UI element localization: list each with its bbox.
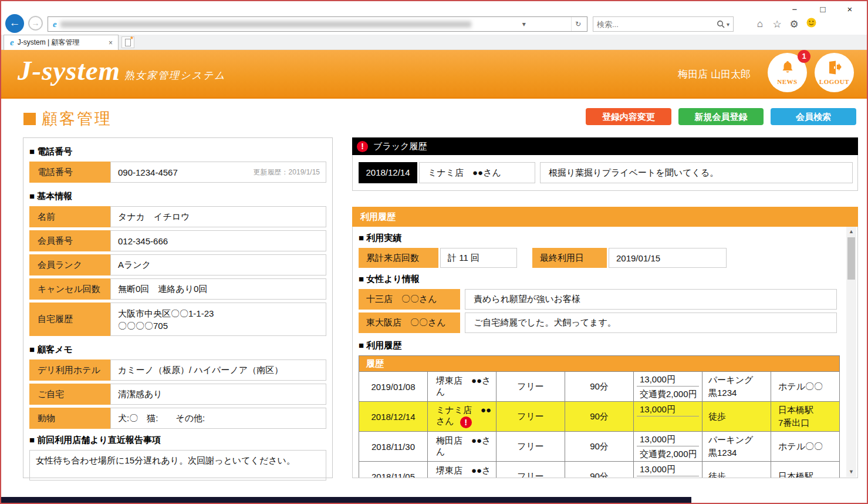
usage-history-title: 利用履歴 xyxy=(352,207,858,227)
customer-info-panel: ■ 電話番号 電話番号 090-1234-4567 更新履歴：2019/1/15… xyxy=(23,137,333,478)
favorites-star-icon[interactable]: ☆ xyxy=(771,18,783,31)
tab-customer-management[interactable]: e J-system | 顧客管理 × xyxy=(4,35,119,50)
last-visit-value: 2019/01/15 xyxy=(609,248,727,268)
logout-label: LOGOUT xyxy=(815,78,854,85)
usage-history-panel: 利用履歴 ■ 利用実績 累計来店回数 計 11 回 最終利用日 2019/01/… xyxy=(352,207,858,478)
black-history-header: ! ブラック履歴 xyxy=(352,137,858,155)
black-history-note: 根掘り葉掘りプライベートを聞いてくる。 xyxy=(540,162,853,183)
black-history-panel: ! ブラック履歴 2018/12/14 ミナミ店 ●●さん 根掘り葉掘りプライベ… xyxy=(352,137,858,191)
new-member-button[interactable]: 新規会員登録 xyxy=(678,108,764,125)
address-url-redacted xyxy=(60,21,471,28)
home-address-line2: 〇〇〇〇705 xyxy=(118,321,168,331)
visits-value: 計 11 回 xyxy=(440,248,517,268)
settings-gear-icon[interactable]: ⚙ xyxy=(788,18,800,31)
address-dropdown-icon[interactable]: ▾ xyxy=(519,17,529,31)
tab-favicon-icon: e xyxy=(10,38,14,48)
feedback-smiley-icon[interactable] xyxy=(805,18,817,31)
phone-row: 電話番号 090-1234-4567 更新履歴：2019/1/15 xyxy=(29,162,326,183)
app-tagline: 熟女家管理システム xyxy=(124,69,226,82)
report-text-box: 女性待ち合わせ場所に15分遅れあり。次回謝っといてください。 xyxy=(29,450,326,481)
history-row: 2018/11/05 堺東店 ●●さん フリー 90分 13,000円 徒歩 日… xyxy=(359,462,840,479)
stats-heading: ■ 利用実績 xyxy=(359,233,840,244)
memo-row: デリ利用ホテル カミーノ（板原）/ ハイパーノア（南区） xyxy=(29,359,326,381)
black-history-store: ミナミ店 ●●さん xyxy=(419,162,535,183)
phone-value-cell: 090-1234-4567 更新履歴：2019/1/15 xyxy=(110,162,326,183)
memo-section-heading: ■ 顧客メモ xyxy=(29,344,326,355)
history-row: 2018/11/30 梅田店 ●●さん フリー 90分 13,000円 交通費2… xyxy=(359,432,840,462)
refresh-icon[interactable]: ↻ xyxy=(571,17,585,31)
tab-bar: e J-system | 顧客管理 × xyxy=(1,35,867,50)
home-history-row: 自宅履歴 大阪市中央区〇〇1-1-23 〇〇〇〇705 xyxy=(29,303,326,336)
black-history-date: 2018/12/14 xyxy=(359,162,417,183)
news-badge: 1 xyxy=(798,50,810,63)
news-label: NEWS xyxy=(768,78,807,85)
page-title: 顧客管理 xyxy=(23,108,112,129)
memo-row: 動物 犬:〇 猫: その他: xyxy=(29,408,326,429)
phone-section-heading: ■ 電話番号 xyxy=(29,146,326,157)
scroll-up-icon[interactable]: ▲ xyxy=(846,227,856,237)
search-icon[interactable] xyxy=(717,20,725,28)
history-table: 履歴 2019/01/08 堺東店 ●●さん フリー 90分 13,000円 交… xyxy=(359,355,840,478)
usage-history-body: ■ 利用実績 累計来店回数 計 11 回 最終利用日 2019/01/15 ■ … xyxy=(352,227,858,478)
maximize-button[interactable]: □ xyxy=(809,2,836,16)
basic-row: 会員番号 012-345-666 xyxy=(29,230,326,251)
forward-button[interactable]: → xyxy=(28,16,43,31)
basic-section-heading: ■ 基本情報 xyxy=(29,191,326,202)
tab-close-icon[interactable]: × xyxy=(107,39,114,47)
right-column: ! ブラック履歴 2018/12/14 ミナミ店 ●●さん 根掘り葉掘りプライベ… xyxy=(352,137,858,478)
staff-info-row: 東大阪店 〇〇さん ご自宅綺麗でした。犬飼ってます。 xyxy=(359,313,840,333)
close-button[interactable]: × xyxy=(836,2,863,16)
new-tab-button[interactable] xyxy=(121,36,134,48)
stats-row: 累計来店回数 計 11 回 最終利用日 2019/01/15 xyxy=(359,248,840,268)
phone-value: 090-1234-4567 xyxy=(118,167,178,177)
basic-row: 会員ランク Aランク xyxy=(29,254,326,275)
alert-icon: ! xyxy=(460,416,472,428)
logged-in-user: 梅田店 山田太郎 xyxy=(678,68,751,81)
scrollbar-thumb[interactable] xyxy=(847,237,855,280)
basic-row: 名前 タナカ イチロウ xyxy=(29,206,326,227)
memo-row: ご自宅 清潔感あり xyxy=(29,384,326,405)
black-history-title: ブラック履歴 xyxy=(373,141,427,152)
staff-info-row: 十三店 〇〇さん 責められ願望が強いお客様 xyxy=(359,289,840,310)
app-header: J-system 熟女家管理システム 梅田店 山田太郎 NEWS 1 LOGOU… xyxy=(1,50,867,99)
logout-button[interactable]: LOGOUT xyxy=(815,53,854,92)
new-tab-icon xyxy=(125,39,131,46)
window-titlebar: − □ × xyxy=(1,1,867,17)
home-icon[interactable]: ⌂ xyxy=(754,18,766,30)
scroll-down-icon[interactable]: ▼ xyxy=(846,467,856,477)
history-row: 2019/01/08 堺東店 ●●さん フリー 90分 13,000円 交通費2… xyxy=(359,372,840,402)
change-registration-button[interactable]: 登録内容変更 xyxy=(586,108,671,125)
minimize-button[interactable]: − xyxy=(781,2,808,16)
phone-label: 電話番号 xyxy=(29,162,110,183)
history-heading: ■ 利用履歴 xyxy=(359,340,840,351)
page-favicon-icon: e xyxy=(53,19,57,29)
search-dropdown-icon[interactable]: ▾ xyxy=(727,21,729,28)
home-address-line1: 大阪市中央区〇〇1-1-23 xyxy=(118,308,214,318)
logout-door-icon xyxy=(827,60,842,75)
visits-label: 累計来店回数 xyxy=(359,248,438,268)
back-button[interactable]: ← xyxy=(5,14,24,33)
bell-icon xyxy=(780,60,795,75)
panel-scrollbar[interactable]: ▲ ▼ xyxy=(846,227,856,477)
member-search-button[interactable]: 会員検索 xyxy=(771,108,856,125)
basic-row: キャンセル回数 無断0回 連絡あり0回 xyxy=(29,278,326,300)
search-box: ▾ xyxy=(593,16,734,32)
report-section-heading: ■ 前回利用店舗より直近報告事項 xyxy=(29,435,326,446)
last-visit-label: 最終利用日 xyxy=(532,248,607,268)
staff-info-heading: ■ 女性より情報 xyxy=(359,274,840,285)
alert-icon: ! xyxy=(357,141,368,152)
search-input[interactable] xyxy=(597,20,714,29)
history-row-flagged: 2018/12/14 ミナミ店 ●●さん! フリー 90分 13,000円 徒歩… xyxy=(359,402,840,432)
browser-navbar: ← → e ▾ ↻ ▾ ⌂ ☆ ⚙ xyxy=(1,17,867,35)
page-footer-bar xyxy=(1,497,691,503)
history-table-caption: 履歴 xyxy=(359,356,840,372)
tab-title: J-system | 顧客管理 xyxy=(18,38,107,48)
browser-window: − □ × ← → e ▾ ↻ ▾ ⌂ ☆ ⚙ xyxy=(0,0,868,504)
black-history-row: 2018/12/14 ミナミ店 ●●さん 根掘り葉掘りプライベートを聞いてくる。 xyxy=(352,155,858,191)
app-logo: J-system xyxy=(18,55,120,86)
title-square-icon xyxy=(23,113,36,125)
address-bar[interactable]: e ▾ ↻ xyxy=(48,16,587,32)
phone-updated: 更新履歴：2019/1/15 xyxy=(254,167,320,177)
